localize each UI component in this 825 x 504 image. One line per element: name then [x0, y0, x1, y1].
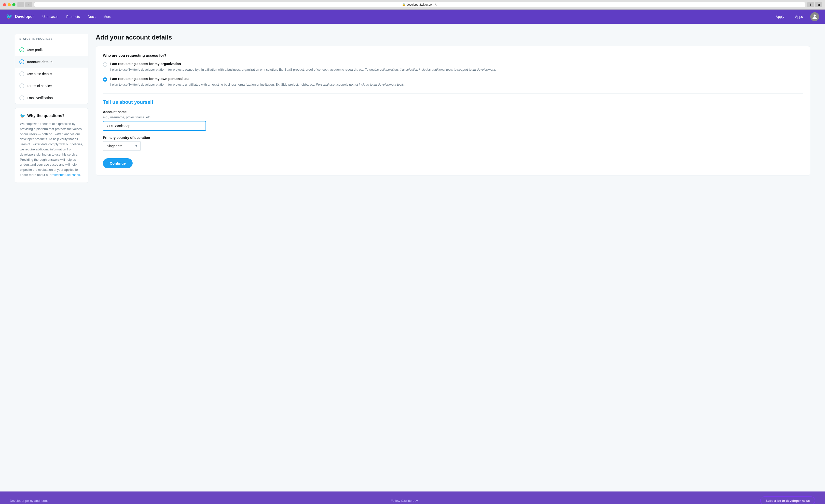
nav-products[interactable]: Products [63, 13, 83, 21]
why-bird-icon: 🐦 [20, 113, 25, 118]
sidebar-label-user-profile: User profile [27, 48, 45, 52]
why-title: 🐦 Why the questions? [20, 113, 83, 118]
navbar: 🐦 Developer Use cases Products Docs More… [0, 10, 825, 24]
account-name-hint: e.g., username, project name, etc. [103, 115, 803, 119]
tell-section: Tell us about yourself Account name e.g.… [103, 93, 803, 168]
country-group: Primary country of operation Singapore U… [103, 136, 803, 151]
browser-chrome: ‹ › 🔒 developer.twitter.com ↻ ⬆ ⊞ [0, 0, 825, 10]
tell-title: Tell us about yourself [103, 99, 803, 105]
brand[interactable]: 🐦 Developer [6, 13, 34, 20]
new-tab-button[interactable]: ⊞ [815, 2, 822, 7]
navbar-nav: Use cases Products Docs More [39, 13, 115, 21]
check-icon-user-profile: ✓ [19, 48, 24, 52]
country-select-wrapper: Singapore United States United Kingdom I… [103, 141, 141, 151]
radio-content-personal: I am requesting access for my own person… [110, 77, 803, 87]
radio-circle-org[interactable] [103, 62, 107, 67]
radio-content-org: I am requesting access for my organizati… [110, 62, 803, 72]
main-content: Add your account details Who are you req… [96, 33, 810, 482]
sidebar-label-account-details: Account details [27, 60, 52, 64]
minimize-button[interactable] [8, 3, 11, 6]
sidebar-item-use-case-details[interactable]: Use case details [15, 68, 88, 80]
share-button[interactable]: ⬆ [807, 2, 814, 7]
nav-use-cases[interactable]: Use cases [39, 13, 62, 21]
sidebar-label-terms-of-service: Terms of service [27, 84, 52, 88]
sidebar-item-email-verification[interactable]: Email verification [15, 92, 88, 104]
form-card: Who are you requesting access for? I am … [96, 46, 810, 175]
subscribe-button[interactable]: Subscribe to developer news [760, 496, 815, 504]
window-controls: ⬆ ⊞ [807, 2, 822, 7]
url-text: developer.twitter.com [406, 3, 434, 6]
twitter-logo-icon: 🐦 [6, 13, 12, 20]
check-icon-use-case-details [19, 71, 24, 76]
refresh-icon[interactable]: ↻ [435, 3, 438, 6]
page-title: Add your account details [96, 33, 810, 41]
country-select[interactable]: Singapore United States United Kingdom I… [103, 141, 141, 151]
continue-button[interactable]: Continue [103, 158, 133, 168]
radio-label-org: I am requesting access for my organizati… [110, 62, 803, 66]
traffic-lights [3, 3, 15, 6]
footer: Developer policy and terms Follow @twitt… [0, 492, 825, 504]
account-name-group: Account name e.g., username, project nam… [103, 110, 803, 131]
sidebar-item-terms-of-service[interactable]: Terms of service [15, 80, 88, 92]
developer-policy-link[interactable]: Developer policy and terms [10, 499, 49, 503]
page-content: STATUS: IN PROGRESS ✓ User profile ✓ Acc… [0, 24, 825, 492]
user-avatar[interactable] [810, 12, 819, 21]
check-icon-account-details: ✓ [19, 59, 24, 64]
navbar-right: Apply Apps [772, 12, 819, 21]
restricted-use-cases-link[interactable]: restricted use cases [52, 173, 80, 177]
status-card: STATUS: IN PROGRESS ✓ User profile ✓ Acc… [15, 33, 88, 104]
nav-more[interactable]: More [100, 13, 115, 21]
close-button[interactable] [3, 3, 6, 6]
check-icon-terms-of-service [19, 83, 24, 88]
sidebar-item-account-details[interactable]: ✓ Account details [15, 56, 88, 68]
account-name-label: Account name [103, 110, 803, 114]
maximize-button[interactable] [12, 3, 15, 6]
brand-label: Developer [15, 14, 34, 19]
nav-buttons: ‹ › [17, 2, 32, 7]
sidebar-label-email-verification: Email verification [27, 96, 53, 100]
radio-circle-personal[interactable] [103, 77, 107, 82]
nav-apps[interactable]: Apps [792, 13, 806, 21]
why-card: 🐦 Why the questions? We empower freedom … [15, 108, 88, 183]
account-name-input[interactable] [103, 121, 206, 131]
section-title: Who are you requesting access for? [103, 53, 803, 58]
back-button[interactable]: ‹ [17, 2, 24, 7]
radio-option-org[interactable]: I am requesting access for my organizati… [103, 62, 803, 72]
nav-docs[interactable]: Docs [84, 13, 99, 21]
follow-twitter-link[interactable]: Follow @twitterdev [391, 499, 418, 503]
why-title-text: Why the questions? [27, 113, 65, 118]
radio-desc-personal: I plan to use Twitter's developer platfo… [110, 82, 803, 87]
sidebar: STATUS: IN PROGRESS ✓ User profile ✓ Acc… [15, 33, 88, 482]
forward-button[interactable]: › [25, 2, 32, 7]
sidebar-label-use-case-details: Use case details [27, 72, 52, 76]
sidebar-item-user-profile[interactable]: ✓ User profile [15, 44, 88, 56]
check-icon-email-verification [19, 95, 24, 100]
status-header: STATUS: IN PROGRESS [15, 34, 88, 44]
radio-desc-org: I plan to use Twitter's developer platfo… [110, 67, 803, 72]
radio-option-personal[interactable]: I am requesting access for my own person… [103, 77, 803, 87]
country-label: Primary country of operation [103, 136, 803, 140]
address-bar[interactable]: 🔒 developer.twitter.com ↻ [34, 2, 805, 7]
lock-icon: 🔒 [402, 3, 405, 6]
why-text: We empower freedom of expression by prov… [20, 121, 83, 178]
nav-apply[interactable]: Apply [772, 13, 788, 21]
radio-label-personal: I am requesting access for my own person… [110, 77, 803, 81]
